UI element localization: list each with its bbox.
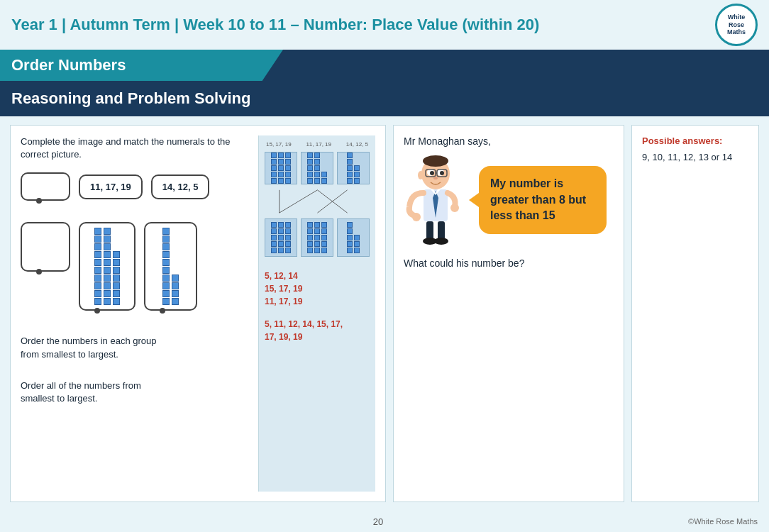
dot: [36, 198, 42, 204]
img-block-e: [301, 218, 333, 257]
instruction-text: Complete the image and match the numeral…: [21, 135, 253, 161]
character-figure: [404, 154, 468, 246]
bottom-image-blocks: [265, 218, 370, 257]
question-text: What could his number be?: [404, 257, 614, 269]
empty-card: [21, 172, 70, 201]
svg-point-8: [430, 171, 434, 175]
left-panel: Complete the image and match the numeral…: [10, 125, 386, 502]
empty-block-box: [21, 222, 70, 272]
character-area: My number is greater than 8 but less tha…: [404, 154, 614, 246]
header: Year 1 | Autumn Term | Week 10 to 11 – N…: [0, 0, 769, 50]
logo-line1: White: [728, 13, 746, 21]
svg-line-3: [280, 190, 318, 213]
subtitle-bar-text: Reasoning and Problem Solving: [11, 89, 250, 107]
label-14-12-5: 14, 12, 5: [346, 141, 368, 148]
header-title: Year 1 | Autumn Term | Week 10 to 11 – N…: [11, 16, 539, 34]
order-answers: 5, 12, 14 15, 17, 19 11, 17, 19 5, 11, 1…: [265, 271, 370, 342]
answer-value: 9, 10, 11, 12, 13 or 14: [642, 152, 748, 162]
logo: White Rose Maths: [715, 4, 758, 46]
copyright: ©White Rose Maths: [688, 517, 758, 526]
bottom-row: [21, 222, 253, 311]
svg-point-13: [433, 177, 438, 179]
left-text-section: Complete the image and match the numeral…: [21, 135, 253, 492]
order-label-1: Order the numbers in each group from sma…: [21, 335, 162, 360]
dot2: [36, 269, 42, 275]
block-visual-2: [144, 222, 197, 311]
footer: 20 ©White Rose Maths: [0, 511, 769, 532]
order-answer-1-line1: 5, 12, 14: [265, 271, 370, 281]
svg-point-9: [440, 171, 444, 175]
label-11-17-19: 11, 17, 19: [306, 141, 331, 148]
img-block-c: [337, 152, 370, 184]
image-section: 15, 17, 19 11, 17, 19 14, 12, 5: [258, 135, 375, 492]
svg-point-22: [434, 238, 448, 245]
label-row: 15, 17, 19 11, 17, 19 14, 12, 5: [265, 141, 370, 148]
img-block-d: [265, 218, 297, 257]
order-label-2: Order all of the numbers from smallest t…: [21, 379, 162, 405]
cards-row: 11, 17, 19 14, 12, 5: [21, 172, 253, 201]
header-year: Year 1: [11, 16, 57, 33]
svg-point-17: [412, 213, 421, 221]
block-visual-1: [79, 222, 135, 311]
card-11-17-19: 11, 17, 19: [79, 174, 143, 199]
mr-says: Mr Monaghan says,: [404, 135, 614, 147]
dot3: [94, 308, 100, 314]
label-15-17-19: 15, 17, 19: [266, 141, 292, 148]
speech-bubble: My number is greater than 8 but less tha…: [479, 166, 607, 233]
svg-point-5: [423, 155, 448, 167]
dot4: [160, 308, 165, 314]
header-rest: | Autumn Term | Week 10 to 11 – Number: …: [57, 16, 539, 33]
answers-section: Possible answers: 9, 10, 11, 12, 13 or 1…: [631, 125, 759, 502]
img-block-f: [337, 218, 370, 257]
logo-line2: Rose: [729, 21, 744, 29]
question-section: Mr Monaghan says,: [393, 125, 624, 502]
connector-lines: [265, 189, 370, 214]
img-block-b: [301, 152, 333, 184]
order-answer-1-line3: 11, 17, 19: [265, 297, 370, 306]
possible-answers-title: Possible answers:: [642, 135, 748, 146]
title-bar: Order Numbers: [0, 50, 298, 81]
order-section-1: Order the numbers in each group from sma…: [21, 329, 253, 360]
order-section-2: Order all of the numbers from smallest t…: [21, 374, 253, 405]
logo-line3: Maths: [727, 28, 746, 36]
top-image-blocks: [265, 152, 370, 184]
card-14-12-5: 14, 12, 5: [151, 174, 210, 199]
right-panel: Mr Monaghan says,: [393, 125, 759, 502]
order-answer-2b: 17, 19, 19: [265, 332, 370, 342]
img-block-a: [265, 152, 297, 184]
page-number: 20: [373, 516, 383, 527]
svg-point-18: [450, 204, 459, 212]
order-answer-2: 5, 11, 12, 14, 15, 17,: [265, 319, 370, 329]
speech-text: My number is greater than 8 but less tha…: [490, 177, 586, 221]
order-answer-1-line2: 15, 17, 19: [265, 284, 370, 294]
subtitle-bar: Reasoning and Problem Solving: [0, 81, 769, 116]
svg-point-14: [418, 171, 424, 179]
title-bar-text: Order Numbers: [11, 56, 126, 74]
main-content: Complete the image and match the numeral…: [0, 116, 769, 511]
